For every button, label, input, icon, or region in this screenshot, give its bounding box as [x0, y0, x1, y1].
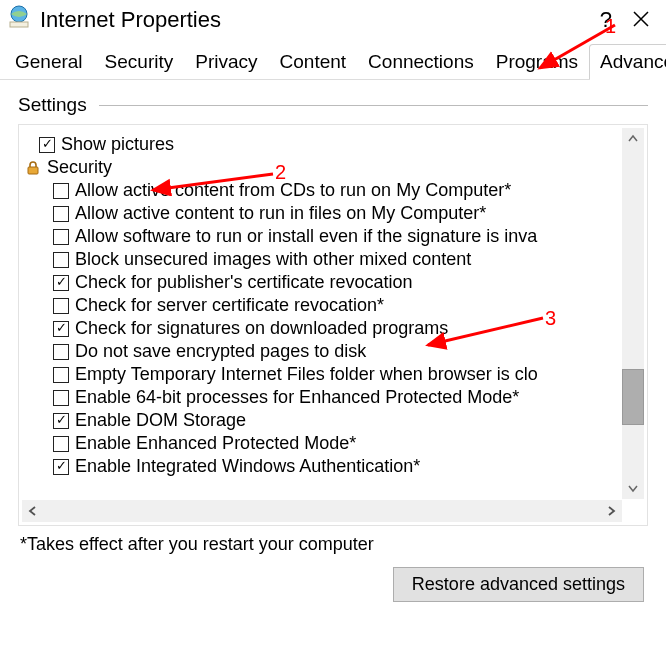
tab-security[interactable]: Security — [94, 44, 185, 79]
restart-note: *Takes effect after you restart your com… — [20, 534, 648, 555]
annotation-3: 3 — [545, 307, 556, 330]
setting-row: Do not save encrypted pages to disk — [21, 340, 621, 363]
checkbox[interactable] — [53, 252, 69, 268]
svg-rect-2 — [28, 167, 38, 174]
tab-privacy[interactable]: Privacy — [184, 44, 268, 79]
setting-label[interactable]: Enable DOM Storage — [75, 410, 246, 431]
security-section-header: Security — [21, 156, 621, 179]
setting-row: Enable Integrated Windows Authentication… — [21, 455, 621, 478]
setting-row: Check for server certificate revocation* — [21, 294, 621, 317]
checkbox[interactable] — [53, 298, 69, 314]
checkbox[interactable] — [53, 183, 69, 199]
divider — [99, 105, 648, 106]
checkbox[interactable] — [53, 229, 69, 245]
annotation-2: 2 — [275, 161, 286, 184]
setting-row: Allow active content from CDs to run on … — [21, 179, 621, 202]
checkbox[interactable] — [53, 344, 69, 360]
setting-label[interactable]: Do not save encrypted pages to disk — [75, 341, 366, 362]
setting-label[interactable]: Check for publisher's certificate revoca… — [75, 272, 413, 293]
setting-row: Check for signatures on downloaded progr… — [21, 317, 621, 340]
section-label: Security — [47, 157, 112, 178]
setting-label[interactable]: Enable Enhanced Protected Mode* — [75, 433, 356, 454]
scroll-thumb[interactable] — [622, 369, 644, 425]
setting-row: Allow active content to run in files on … — [21, 202, 621, 225]
setting-row: Check for publisher's certificate revoca… — [21, 271, 621, 294]
window-title: Internet Properties — [40, 7, 221, 33]
checkbox[interactable] — [53, 413, 69, 429]
scroll-right-arrow[interactable] — [600, 500, 622, 522]
globe-icon — [6, 4, 32, 36]
setting-row: Show pictures — [21, 133, 621, 156]
checkbox[interactable] — [53, 275, 69, 291]
setting-row: Enable DOM Storage — [21, 409, 621, 432]
tab-content[interactable]: Content — [269, 44, 358, 79]
checkbox[interactable] — [53, 436, 69, 452]
restore-advanced-settings-button[interactable]: Restore advanced settings — [393, 567, 644, 602]
scroll-left-arrow[interactable] — [22, 500, 44, 522]
checkbox[interactable] — [53, 367, 69, 383]
vertical-scrollbar[interactable] — [622, 128, 644, 499]
setting-row: Allow software to run or install even if… — [21, 225, 621, 248]
tab-programs[interactable]: Programs — [485, 44, 589, 79]
setting-label[interactable]: Show pictures — [61, 134, 174, 155]
svg-rect-1 — [10, 22, 28, 27]
setting-label[interactable]: Check for server certificate revocation* — [75, 295, 384, 316]
setting-label[interactable]: Enable Integrated Windows Authentication… — [75, 456, 420, 477]
setting-label[interactable]: Enable 64-bit processes for Enhanced Pro… — [75, 387, 519, 408]
tab-connections[interactable]: Connections — [357, 44, 485, 79]
checkbox[interactable] — [53, 321, 69, 337]
horizontal-scrollbar[interactable] — [22, 500, 622, 522]
setting-label[interactable]: Allow software to run or install even if… — [75, 226, 537, 247]
setting-label[interactable]: Allow active content from CDs to run on … — [75, 180, 511, 201]
checkbox[interactable] — [53, 206, 69, 222]
setting-row: Block unsecured images with other mixed … — [21, 248, 621, 271]
tab-general[interactable]: General — [4, 44, 94, 79]
setting-row: Enable 64-bit processes for Enhanced Pro… — [21, 386, 621, 409]
checkbox[interactable] — [53, 390, 69, 406]
annotation-1: 1 — [605, 15, 616, 38]
lock-icon — [25, 160, 41, 176]
scroll-up-arrow[interactable] — [622, 128, 644, 150]
setting-label[interactable]: Check for signatures on downloaded progr… — [75, 318, 448, 339]
settings-group-label: Settings — [18, 94, 87, 116]
checkbox[interactable] — [39, 137, 55, 153]
setting-label[interactable]: Allow active content to run in files on … — [75, 203, 486, 224]
close-button[interactable] — [622, 6, 660, 34]
tab-advanced[interactable]: Advanced — [589, 44, 666, 79]
setting-row: Enable Enhanced Protected Mode* — [21, 432, 621, 455]
checkbox[interactable] — [53, 459, 69, 475]
tab-bar: GeneralSecurityPrivacyContentConnections… — [0, 44, 666, 80]
setting-label[interactable]: Empty Temporary Internet Files folder wh… — [75, 364, 538, 385]
setting-label[interactable]: Block unsecured images with other mixed … — [75, 249, 471, 270]
scroll-track[interactable] — [622, 150, 644, 477]
scroll-down-arrow[interactable] — [622, 477, 644, 499]
setting-row: Empty Temporary Internet Files folder wh… — [21, 363, 621, 386]
